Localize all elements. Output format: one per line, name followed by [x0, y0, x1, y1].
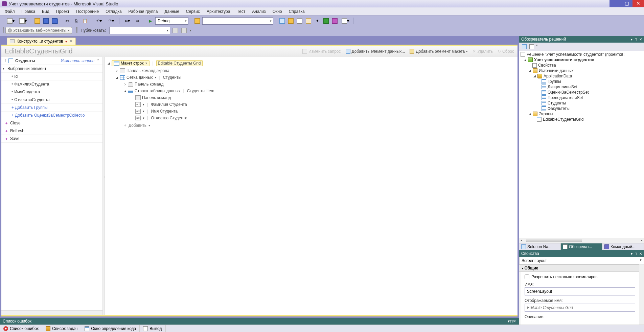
menu-team[interactable]: Рабочая группа	[125, 8, 161, 15]
save-all-button[interactable]	[51, 17, 59, 25]
close-action[interactable]: Close	[1, 119, 102, 127]
tb-icon-7[interactable]	[331, 17, 339, 25]
nav-fwd-button[interactable]: ⇨	[134, 17, 141, 25]
publish-btn-2[interactable]	[180, 27, 188, 34]
properties-node[interactable]: Свойства	[519, 63, 644, 68]
table-node[interactable]: Факультеты	[519, 106, 644, 111]
edit-query-action[interactable]: Изменить запрос	[302, 49, 341, 54]
save-action[interactable]: Save	[1, 135, 102, 143]
home-button[interactable]	[521, 44, 527, 50]
expander-icon[interactable]: ◢	[107, 62, 110, 65]
menu-help[interactable]: Справка	[285, 8, 308, 15]
undo-button[interactable]: ↶▾	[94, 17, 105, 25]
add-groups-link[interactable]: + Добавить Группы	[1, 104, 102, 112]
datagrid-node[interactable]: Сетка данных	[127, 75, 153, 80]
toolbar-grip[interactable]	[3, 18, 4, 24]
properties-object-combo[interactable]: ScreenLayout	[519, 257, 644, 264]
field-node[interactable]: Имя Студента	[151, 109, 178, 114]
expander-icon[interactable]: ◢	[528, 69, 531, 72]
expander-icon[interactable]: ◢	[523, 58, 527, 62]
new-project-button[interactable]: ▾	[5, 17, 16, 25]
tablerow-node[interactable]: Строка таблицы данных	[135, 89, 181, 93]
refresh-button[interactable]	[529, 44, 535, 50]
add-grades-link[interactable]: + Добавить ОценкиЗаСеместрCollectio	[1, 112, 102, 119]
menu-project[interactable]: Проект	[53, 8, 73, 15]
display-name-input[interactable]	[525, 304, 635, 312]
tab-output[interactable]: Вывод	[140, 325, 165, 332]
screen-cmdbar-node[interactable]: Панель команд экрана	[127, 68, 169, 73]
add-layout-action[interactable]: Добавить элемент макета ▾	[410, 49, 468, 54]
tab-solution-navigator[interactable]: Solution Na...	[519, 243, 561, 250]
save-button[interactable]	[42, 17, 50, 25]
maximize-button[interactable]: ▢	[621, 0, 632, 7]
tab-code-definition[interactable]: Окно определения кода	[81, 325, 140, 332]
tab-error-list[interactable]: Список ошибок	[0, 325, 42, 332]
allow-multiple-checkbox[interactable]: Разрешить несколько экземпляров	[525, 275, 635, 279]
row-layout-node[interactable]: Макет строк ▾	[112, 60, 150, 66]
h-scrollbar[interactable]: ◂ ▸	[519, 238, 644, 243]
field-item[interactable]: •ИмяСтудента	[1, 88, 102, 96]
menu-build[interactable]: Построение	[73, 8, 102, 15]
cut-button[interactable]: ✂	[64, 17, 71, 25]
project-node[interactable]: ◢ Учет успеваемости студентов	[519, 57, 644, 63]
properties-section-general[interactable]: Общие	[519, 264, 639, 272]
menu-file[interactable]: Файл	[1, 8, 18, 15]
menu-analyze[interactable]: Анализ	[249, 8, 269, 15]
field-item[interactable]: •ОтчествоСтудента	[1, 96, 102, 104]
tab-task-list[interactable]: Список задач	[42, 325, 81, 332]
tab-close-button[interactable]: ✕	[69, 39, 73, 44]
appdata-node[interactable]: ◢ ApplicationData	[519, 73, 644, 79]
tb-icon-5[interactable]: ✦	[314, 17, 321, 25]
panel-pin-icon[interactable]: ⊓	[635, 252, 637, 256]
redo-button[interactable]: ↷▾	[106, 17, 117, 25]
nav-back-button[interactable]: ⇦▾	[122, 17, 133, 25]
expander-icon[interactable]: ▷	[123, 82, 127, 86]
panel-close-icon[interactable]: ✕	[513, 319, 516, 324]
v-scrollbar[interactable]	[639, 264, 644, 325]
close-button[interactable]: ✕	[632, 0, 644, 7]
collapse-icon[interactable]: ⌃	[96, 58, 100, 63]
find-combo[interactable]	[202, 17, 273, 25]
menu-tools[interactable]: Сервис	[183, 8, 203, 15]
expander-icon[interactable]: ▷	[115, 69, 118, 72]
menu-test[interactable]: Тест	[233, 8, 249, 15]
table-node[interactable]: ДисциплиныSet	[519, 84, 644, 90]
paste-button[interactable]: 📋	[81, 17, 89, 25]
expander-icon[interactable]: ◢	[115, 76, 118, 79]
tab-solution-explorer[interactable]: Обозреват...	[561, 243, 602, 250]
expander-icon[interactable]: ◢	[123, 89, 127, 93]
field-node[interactable]: Отчество Студента	[151, 116, 187, 120]
copy-button[interactable]: ⎘	[72, 17, 80, 25]
toolbar-grip[interactable]	[3, 27, 4, 33]
tb-icon-2[interactable]	[287, 17, 295, 25]
publish-btn-1[interactable]	[171, 27, 179, 34]
find-in-files-button[interactable]	[193, 17, 201, 25]
document-tab[interactable]: Конструкто...и студентов ● ✕	[7, 38, 76, 45]
tab-team-explorer[interactable]: Командный...	[602, 243, 644, 250]
panel-dropdown-icon[interactable]: ▾	[631, 38, 632, 41]
h-scrollbar[interactable]	[1, 310, 102, 315]
publish-combo[interactable]	[109, 27, 170, 34]
add-data-item-action[interactable]: Добавить элемент данных...	[346, 49, 405, 54]
minimize-button[interactable]: —	[610, 0, 621, 7]
reset-action[interactable]: ↻ Сброс	[498, 49, 514, 54]
field-item[interactable]: •ФамилияСтудента	[1, 80, 102, 88]
menu-window[interactable]: Окно	[269, 8, 285, 15]
checkbox-input[interactable]	[525, 275, 529, 279]
datasources-node[interactable]: ◢ Источники данных	[519, 68, 644, 73]
tb-icon-8[interactable]: ▾	[340, 17, 351, 25]
tb-icon-4[interactable]	[305, 17, 312, 25]
panel-pin-icon[interactable]: ⊓	[635, 38, 637, 41]
solution-node[interactable]: Решение "Учет успеваемости студентов" (п…	[519, 52, 644, 57]
tb-icon-6[interactable]	[322, 17, 330, 25]
add-item-button[interactable]: ▾	[18, 17, 28, 25]
screen-node[interactable]: EditableСтудентыGrid	[519, 117, 644, 122]
panel-close-icon[interactable]: ✕	[639, 38, 642, 41]
table-node[interactable]: ПреподавателиSet	[519, 95, 644, 100]
toolbar-grip[interactable]	[76, 27, 77, 33]
add-node[interactable]: Добавить	[129, 123, 146, 128]
menu-architecture[interactable]: Архитектура	[203, 8, 234, 15]
field-item[interactable]: •Id	[1, 73, 102, 80]
cmdbar-node[interactable]: Панель команд	[142, 95, 171, 100]
name-input[interactable]	[525, 287, 635, 295]
